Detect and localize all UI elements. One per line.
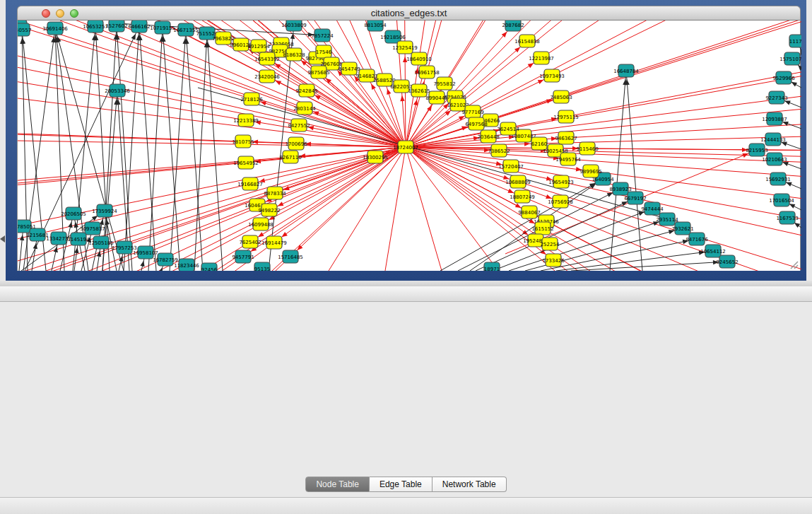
collapse-panel-arrow-icon[interactable] <box>0 235 5 243</box>
graph-node-label: 17359924 <box>92 209 117 214</box>
graph-edge <box>18 130 406 147</box>
graph-node-label: 7857224 <box>311 33 334 39</box>
network-canvas[interactable]: 1863424055730691406106532571527602646616… <box>17 21 801 271</box>
graph-node-label: 16648784 <box>613 69 639 74</box>
graph-node-label: 9115460 <box>576 146 598 152</box>
graph-edge <box>406 37 801 147</box>
graph-node-label: 8215953 <box>746 148 767 153</box>
graph-edge <box>18 141 406 147</box>
graph-node-label: 7485063 <box>550 95 572 100</box>
graph-node-label: 9777169 <box>461 110 483 115</box>
window-close-button[interactable] <box>42 9 50 18</box>
graph-node-label: 9457791 <box>232 255 254 260</box>
graph-node-label: 16099488 <box>248 222 273 228</box>
graph-node-label: 10973493 <box>539 74 565 79</box>
graph-node-label: 1167533 <box>776 216 798 221</box>
graph-node-label: 2803144 <box>293 106 316 112</box>
graph-node-label: 16154838 <box>514 39 540 45</box>
graph-node-label: 18640910 <box>406 57 432 62</box>
graph-node-label: 1527602 <box>105 23 127 29</box>
window-zoom-button[interactable] <box>70 9 78 18</box>
graph-window-title: citations_edges.txt <box>18 6 800 21</box>
graph-node-label: 20053346 <box>105 88 130 94</box>
graph-node-label: 6466162 <box>128 24 150 30</box>
graph-node-label: 1700696 <box>285 141 307 147</box>
graph-edge <box>406 21 753 147</box>
graph-node-label: 6679197 <box>624 196 646 201</box>
tab-node-table[interactable]: Node Table <box>305 477 370 492</box>
tab-network-table[interactable]: Network Table <box>433 477 507 492</box>
graph-node-label: 9242845 <box>295 88 317 94</box>
graph-node-label: 18807249 <box>510 194 535 200</box>
graph-node-label: 2588520 <box>373 78 395 83</box>
graph-node-label: 10719155 <box>150 25 175 31</box>
graph-node-label: 16033809 <box>281 23 307 28</box>
edge-arrow-icon <box>400 95 405 101</box>
panel-splitter[interactable] <box>0 281 812 286</box>
graph-node-label: 9498222 <box>258 208 280 214</box>
graph-node-label: 11174 <box>789 39 801 45</box>
graph-node-label: 7963822 <box>212 36 234 42</box>
graph-node-label: 16914479 <box>261 240 287 246</box>
graph-node-label: 8813054 <box>364 23 387 28</box>
graph-node-label: 7932621 <box>671 226 693 232</box>
graph-node-label: 7386522 <box>488 148 510 154</box>
graph-node-label: 9463627 <box>555 136 577 141</box>
graph-node-label: 2087682 <box>502 23 524 28</box>
graph-node-label: 1215681 <box>26 233 48 238</box>
graph-node-label: 8427552 <box>288 123 310 129</box>
graph-node-label: 240557 <box>18 28 31 33</box>
graph-node-label: 9899695 <box>579 169 601 175</box>
graph-node-label: 6497568 <box>465 122 487 127</box>
graph-node-label: 23420046 <box>254 74 280 80</box>
edge-arrow-icon <box>140 260 146 267</box>
edge-arrow-icon <box>68 221 73 228</box>
graph-node-label: 62160 <box>531 141 547 147</box>
graph-node-label: 92456 <box>201 267 218 271</box>
graph-window-titlebar[interactable]: citations_edges.txt <box>17 6 801 21</box>
graph-node-label: 20206505 <box>61 211 86 217</box>
graph-edge <box>18 40 406 147</box>
graph-node-label: 16961758 <box>414 70 440 76</box>
graph-node-label: 16671355 <box>173 28 199 33</box>
window-minimize-button[interactable] <box>56 9 64 18</box>
resize-grip-icon[interactable] <box>789 259 799 269</box>
graph-node-label: 15716485 <box>278 255 303 260</box>
graph-node-label: 12213987 <box>529 56 554 62</box>
graph-edge <box>117 25 132 271</box>
graph-node-label: 1362615 <box>408 88 430 94</box>
graph-node-label: 9875685 <box>307 70 329 76</box>
graph-node-label: 19218506 <box>380 35 406 40</box>
graph-node-label: 252254 <box>541 242 560 247</box>
graph-node-label: 12505185 <box>88 240 114 246</box>
graph-node-label: 7625402 <box>239 240 261 245</box>
tab-edge-table[interactable]: Edge Table <box>370 477 433 492</box>
graph-node-label: 18724007 <box>393 145 418 151</box>
graph-node-label: 30691406 <box>42 26 68 32</box>
graph-node-label: 8267110 <box>279 155 301 160</box>
graph-node-label: 8878334 <box>264 191 286 197</box>
graph-node-label: 10688809 <box>505 180 531 185</box>
status-bar: Memory: OK <box>0 497 812 514</box>
graph-edge <box>385 147 406 271</box>
graph-node-label: 9529966 <box>772 76 795 81</box>
graph-node-label: 19166827 <box>237 182 263 187</box>
graph-node-label: 8912954 <box>247 44 270 49</box>
graph-node-label: 11823446 <box>174 263 199 269</box>
graph-node-label: 16958107 <box>133 250 158 256</box>
graph-node-label: 19654923 <box>548 180 574 185</box>
graph-node-label: 12975115 <box>553 115 579 120</box>
graph-node-label: 19495764 <box>555 157 581 163</box>
graph-node-label: 3624514 <box>497 127 519 132</box>
citation-network-graph: 1863424055730691406106532571527602646616… <box>18 21 801 271</box>
graph-node-label: 1810755 <box>232 139 254 145</box>
graph-edge <box>406 147 801 226</box>
graph-node-label: 8454749 <box>338 66 360 72</box>
graph-node-label: 9474444 <box>641 206 664 212</box>
table-type-tabs: Node TableEdge TableNetwork Table <box>0 477 812 492</box>
graph-node-label: 8471676 <box>686 237 708 243</box>
graph-node-label: 1615152 <box>531 226 553 232</box>
graph-edge <box>626 71 642 271</box>
graph-node-label: 15692931 <box>765 177 791 182</box>
graph-node-label: 9884067 <box>518 210 540 216</box>
